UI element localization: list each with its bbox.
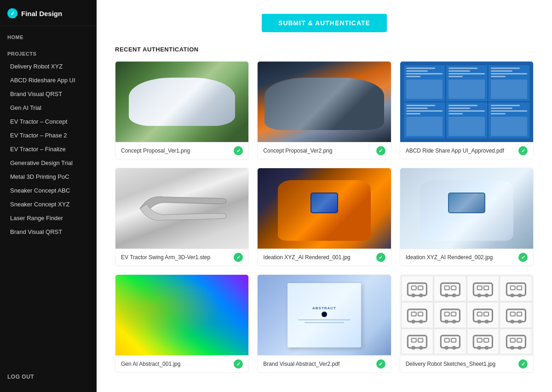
svg-rect-20: [408, 309, 426, 322]
gallery-card-appui[interactable]: ABCD Ride Share App UI_Approved.pdf: [400, 61, 534, 159]
gallery-grid: Concept Proposal_Ver1.pngConcept Proposa…: [115, 61, 534, 373]
gallery-card-name-colorful: Gen AI Abstract_001.jpg: [121, 361, 234, 367]
logo-check-icon: [7, 8, 17, 18]
gallery-image-abstract-book: ABSTRACT: [258, 275, 391, 355]
authenticated-icon-colorful: [234, 359, 243, 369]
svg-rect-57: [517, 339, 522, 342]
svg-rect-41: [412, 339, 416, 342]
recent-auth-title: RECENT AUTHENTICATION: [115, 46, 534, 53]
svg-rect-37: [517, 312, 522, 316]
svg-rect-17: [517, 286, 522, 290]
gallery-image-colorful: [115, 275, 248, 355]
gallery-card-footer-ev1: Concept Proposal_Ver1.png: [115, 142, 248, 159]
svg-rect-35: [506, 309, 525, 322]
gallery-card-orange[interactable]: Ideation XYZ_AI Rendered_001.jpg: [257, 168, 391, 266]
gallery-card-name-ev2: Concept Proposal_Ver2.png: [263, 148, 376, 154]
gallery-card-name-metal: EV Tractor Swing Arm_3D-Ver1.step: [121, 254, 234, 261]
gallery-card-footer-colorful: Gen AI Abstract_001.jpg: [115, 355, 248, 372]
gallery-card-colorful[interactable]: Gen AI Abstract_001.jpg: [115, 274, 249, 373]
svg-rect-46: [444, 339, 449, 342]
authenticated-icon-sketches: [518, 359, 528, 369]
sidebar-item-gen-ai-trial[interactable]: Gen AI Trial: [3, 101, 94, 114]
gallery-image-delivery-white: [400, 168, 533, 249]
sidebar-item-brand-visual[interactable]: Brand Visual QRST: [3, 87, 94, 101]
main-content: SUBMIT & AUTHENTICATE RECENT AUTHENTICAT…: [97, 0, 552, 392]
svg-rect-56: [510, 339, 515, 342]
svg-rect-31: [477, 312, 482, 316]
gallery-card-footer-abstract: Brand Visual Abstract_Ver2.pdf: [258, 355, 391, 372]
gallery-card-abstract[interactable]: ABSTRACTBrand Visual Abstract_Ver2.pdf: [257, 274, 391, 373]
svg-rect-7: [451, 286, 456, 290]
svg-rect-16: [510, 286, 515, 290]
gallery-image-sketches: [400, 275, 533, 355]
sidebar-item-laser-range[interactable]: Laser Range Finder: [3, 211, 94, 225]
authenticated-icon-white: [518, 253, 528, 262]
sidebar-item-brand-visual-2[interactable]: Brand Visual QRST: [3, 225, 94, 239]
gallery-card-name-sketches: Delivery Robot Sketches_Sheet1.jpg: [406, 361, 518, 367]
gallery-card-footer-sketches: Delivery Robot Sketches_Sheet1.jpg: [400, 355, 533, 372]
svg-rect-52: [484, 339, 489, 342]
gallery-card-footer-white: Ideation XYZ_AI Rendered_002.jpg: [400, 249, 533, 266]
svg-rect-32: [484, 312, 489, 316]
sidebar-item-ev-tractor-finalize[interactable]: EV Tractor – Finalize: [3, 142, 94, 156]
svg-rect-45: [441, 335, 460, 348]
app-name: Final Design: [21, 10, 62, 17]
authenticated-icon-ev2: [376, 146, 385, 155]
gallery-image-delivery-orange: [258, 168, 391, 249]
logout-button[interactable]: LOG OUT: [0, 366, 97, 383]
svg-rect-5: [441, 283, 460, 295]
sidebar-item-ev-tractor-concept[interactable]: EV Tractor – Concept: [3, 115, 94, 128]
submit-authenticate-button[interactable]: SUBMIT & AUTHENTICATE: [262, 14, 387, 32]
svg-rect-26: [444, 312, 449, 316]
gallery-image-app-ui: [400, 62, 533, 142]
gallery-card-name-orange: Ideation XYZ_AI Rendered_001.jpg: [263, 254, 376, 261]
sidebar-item-ev-tractor-phase2[interactable]: EV Tractor – Phase 2: [3, 129, 94, 142]
authenticated-icon-metal: [234, 253, 243, 262]
sidebar-item-sneaker-abc[interactable]: Sneaker Concept ABC: [3, 184, 94, 197]
authenticated-icon-ev1: [234, 146, 243, 155]
gallery-card-sketches[interactable]: Delivery Robot Sketches_Sheet1.jpg: [400, 274, 534, 373]
svg-rect-50: [474, 335, 493, 348]
svg-rect-42: [418, 339, 423, 342]
gallery-card-footer-appui: ABCD Ride Share App UI_Approved.pdf: [400, 142, 533, 159]
gallery-card-ev1[interactable]: Concept Proposal_Ver1.png: [115, 61, 249, 159]
sidebar-item-generative-design[interactable]: Generative Design Trial: [3, 156, 94, 170]
projects-section-label: PROJECTS: [0, 43, 97, 59]
gallery-card-ev2[interactable]: Concept Proposal_Ver2.png: [257, 61, 391, 159]
svg-rect-15: [506, 283, 525, 295]
app-logo[interactable]: Final Design: [0, 0, 97, 26]
svg-rect-25: [441, 309, 460, 322]
submit-bar: SUBMIT & AUTHENTICATE: [115, 14, 534, 32]
sidebar-item-sneaker-xyz[interactable]: Sneaker Concept XYZ: [3, 198, 94, 211]
svg-rect-10: [474, 283, 493, 295]
sidebar: Final Design HOME PROJECTS Delivery Robo…: [0, 0, 97, 392]
nav-items-list: Delivery Robot XYZABCD Rideshare App UIB…: [0, 59, 97, 239]
gallery-card-white[interactable]: Ideation XYZ_AI Rendered_002.jpg: [400, 168, 534, 266]
gallery-card-footer-metal: EV Tractor Swing Arm_3D-Ver1.step: [115, 249, 248, 266]
svg-rect-12: [484, 286, 489, 290]
svg-rect-2: [418, 286, 423, 290]
authenticated-icon-abstract: [376, 359, 385, 369]
gallery-card-metal[interactable]: EV Tractor Swing Arm_3D-Ver1.step: [115, 168, 249, 266]
svg-rect-36: [510, 312, 515, 316]
svg-rect-1: [412, 286, 416, 290]
sidebar-item-metal-3d[interactable]: Metal 3D Printing PoC: [3, 170, 94, 183]
gallery-card-footer-ev2: Concept Proposal_Ver2.png: [258, 142, 391, 159]
authenticated-icon-orange: [376, 253, 385, 262]
svg-rect-30: [474, 309, 493, 322]
svg-rect-40: [408, 335, 426, 348]
sidebar-item-abcd-rideshare[interactable]: ABCD Rideshare App UI: [3, 74, 94, 87]
gallery-image-ev-tractor-2: [258, 62, 391, 142]
gallery-card-name-ev1: Concept Proposal_Ver1.png: [121, 148, 234, 154]
gallery-card-name-white: Ideation XYZ_AI Rendered_002.jpg: [406, 254, 518, 261]
svg-rect-0: [408, 283, 426, 295]
svg-rect-27: [451, 312, 456, 316]
gallery-image-metal-part: [115, 168, 248, 249]
authenticated-icon-appui: [518, 146, 528, 155]
gallery-card-footer-orange: Ideation XYZ_AI Rendered_001.jpg: [258, 249, 391, 266]
gallery-card-name-abstract: Brand Visual Abstract_Ver2.pdf: [263, 361, 376, 367]
svg-rect-21: [412, 312, 416, 316]
home-section-label: HOME: [0, 26, 97, 43]
sidebar-item-delivery-robot[interactable]: Delivery Robot XYZ: [3, 60, 94, 73]
gallery-card-name-appui: ABCD Ride Share App UI_Approved.pdf: [406, 148, 518, 154]
